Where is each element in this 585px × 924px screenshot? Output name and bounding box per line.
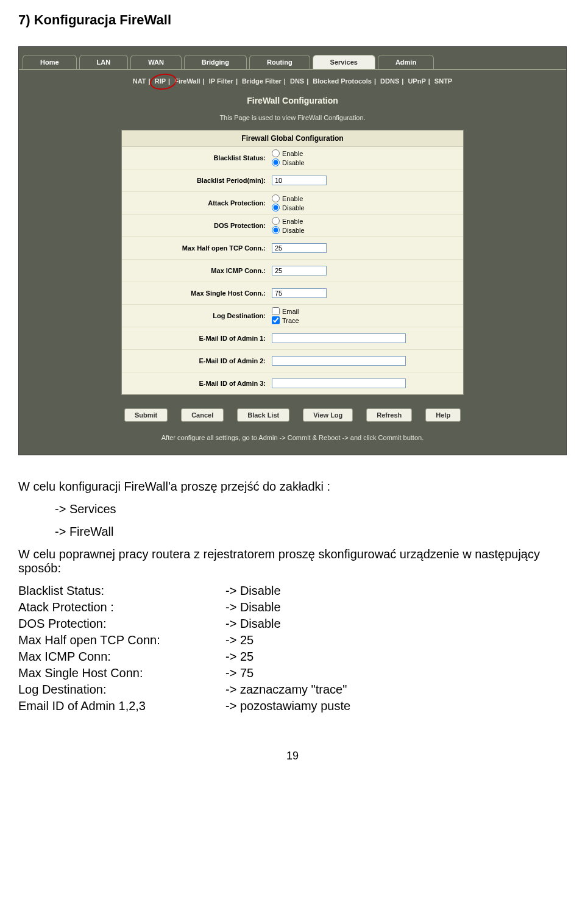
- blacklist-status-label: Blacklist Status:: [126, 154, 272, 162]
- log-dest-email-text: Email: [282, 308, 299, 315]
- attack-protection-label: Attack Protection:: [126, 199, 272, 207]
- tab-home[interactable]: Home: [23, 55, 77, 69]
- tab-wan[interactable]: WAN: [130, 55, 182, 69]
- button-row: Submit Cancel Black List View Log Refres…: [19, 408, 566, 422]
- tab-bridging[interactable]: Bridging: [184, 55, 247, 69]
- path-services: -> Services: [55, 502, 567, 516]
- dos-protection-disable-radio[interactable]: [272, 226, 280, 234]
- commit-note: After configure all settings, go to Admi…: [19, 428, 566, 449]
- tab-services[interactable]: Services: [313, 55, 375, 69]
- setting-val: -> 75: [225, 666, 254, 680]
- enable-text: Enable: [282, 195, 303, 202]
- disable-text: Disable: [282, 227, 305, 234]
- subtab-sntp[interactable]: SNTP: [434, 77, 452, 85]
- subtab-upnp[interactable]: UPnP: [408, 77, 425, 85]
- subtab-blockedprotocols[interactable]: Blocked Protocols: [313, 77, 372, 85]
- setting-key: Blacklist Status:: [18, 584, 225, 598]
- settings-list: Blacklist Status:-> Disable Atack Protec…: [18, 584, 567, 713]
- email2-label: E-Mail ID of Admin 2:: [126, 357, 272, 364]
- setting-key: Max Half open TCP Conn:: [18, 633, 225, 647]
- subtab-nat[interactable]: NAT: [133, 77, 146, 85]
- log-destination-label: Log Destination:: [126, 312, 272, 319]
- max-half-open-label: Max Half open TCP Conn.:: [126, 244, 272, 252]
- config-table: Firewall Global Configuration Blacklist …: [121, 130, 464, 395]
- setting-val: -> 25: [225, 650, 254, 664]
- submit-button[interactable]: Submit: [124, 408, 168, 422]
- black-list-button[interactable]: Black List: [237, 408, 289, 422]
- attack-protection-enable-radio[interactable]: [272, 194, 280, 202]
- max-icmp-input[interactable]: [272, 266, 327, 275]
- subtab-bridgefilter[interactable]: Bridge Filter: [242, 77, 282, 85]
- tab-admin[interactable]: Admin: [378, 55, 434, 69]
- tab-routing[interactable]: Routing: [249, 55, 310, 69]
- subtab-rip[interactable]: RIP: [155, 77, 166, 85]
- refresh-button[interactable]: Refresh: [366, 408, 412, 422]
- setting-val: -> pozostawiamy puste: [225, 699, 350, 713]
- setting-key: Max ICMP Conn:: [18, 650, 225, 664]
- panel-description: This Page is used to view FireWall Confi…: [19, 114, 566, 121]
- max-half-open-input[interactable]: [272, 243, 327, 253]
- blacklist-period-input[interactable]: [272, 176, 327, 185]
- page-heading: 7) Konfiguracja FireWall: [18, 12, 567, 28]
- enable-text: Enable: [282, 150, 303, 157]
- disable-text: Disable: [282, 159, 305, 166]
- help-button[interactable]: Help: [425, 408, 461, 422]
- log-dest-trace-text: Trace: [282, 317, 299, 324]
- subtab-ddns[interactable]: DDNS: [380, 77, 399, 85]
- email2-input[interactable]: [272, 356, 406, 366]
- dos-protection-enable-radio[interactable]: [272, 217, 280, 225]
- tab-lan[interactable]: LAN: [79, 55, 129, 69]
- setting-val: -> Disable: [225, 600, 281, 614]
- setting-key: Max Single Host Conn:: [18, 666, 225, 680]
- panel-title: FireWall Configuration: [19, 96, 566, 105]
- email1-label: E-Mail ID of Admin 1:: [126, 335, 272, 342]
- enable-text: Enable: [282, 218, 303, 225]
- setting-key: Email ID of Admin 1,2,3: [18, 699, 225, 713]
- max-icmp-label: Max ICMP Conn.:: [126, 267, 272, 274]
- log-dest-email-checkbox[interactable]: [272, 307, 280, 315]
- document-body: W celu konfiguracji FireWall'a proszę pr…: [18, 480, 567, 713]
- router-ui-panel: Home LAN WAN Bridging Routing Services A…: [18, 46, 567, 455]
- blacklist-period-label: Blacklist Period(min):: [126, 177, 272, 184]
- setting-key: Atack Protection :: [18, 600, 225, 614]
- path-firewall: -> FireWall: [55, 525, 567, 539]
- setting-key: DOS Protection:: [18, 617, 225, 631]
- dos-protection-label: DOS Protection:: [126, 222, 272, 229]
- subtab-dns[interactable]: DNS: [290, 77, 304, 85]
- instruction-text: W celu poprawnej pracy routera z rejestr…: [18, 547, 567, 575]
- subtab-ipfilter[interactable]: IP Filter: [209, 77, 233, 85]
- log-dest-trace-checkbox[interactable]: [272, 316, 280, 324]
- intro-text: W celu konfiguracji FireWall'a proszę pr…: [18, 480, 567, 494]
- max-single-host-label: Max Single Host Conn.:: [126, 290, 272, 297]
- page-number: 19: [18, 750, 567, 762]
- main-tab-bar: Home LAN WAN Bridging Routing Services A…: [19, 47, 566, 70]
- cancel-button[interactable]: Cancel: [181, 408, 224, 422]
- disable-text: Disable: [282, 204, 305, 211]
- view-log-button[interactable]: View Log: [303, 408, 353, 422]
- blacklist-status-enable-radio[interactable]: [272, 149, 280, 157]
- attack-protection-disable-radio[interactable]: [272, 204, 280, 211]
- blacklist-status-disable-radio[interactable]: [272, 158, 280, 166]
- email3-input[interactable]: [272, 378, 406, 388]
- email3-label: E-Mail ID of Admin 3:: [126, 380, 272, 387]
- setting-key: Log Destination:: [18, 683, 225, 697]
- setting-val: -> 25: [225, 633, 254, 647]
- sub-tab-bar: NAT| RIP| FireWall| IP Filter| Bridge Fi…: [19, 70, 566, 92]
- subtab-firewall[interactable]: FireWall: [174, 77, 200, 85]
- email1-input[interactable]: [272, 333, 406, 343]
- config-table-header: Firewall Global Configuration: [122, 130, 463, 147]
- max-single-host-input[interactable]: [272, 288, 327, 298]
- setting-val: -> zaznaczamy "trace": [225, 683, 347, 697]
- setting-val: -> Disable: [225, 584, 281, 598]
- setting-val: -> Disable: [225, 617, 281, 631]
